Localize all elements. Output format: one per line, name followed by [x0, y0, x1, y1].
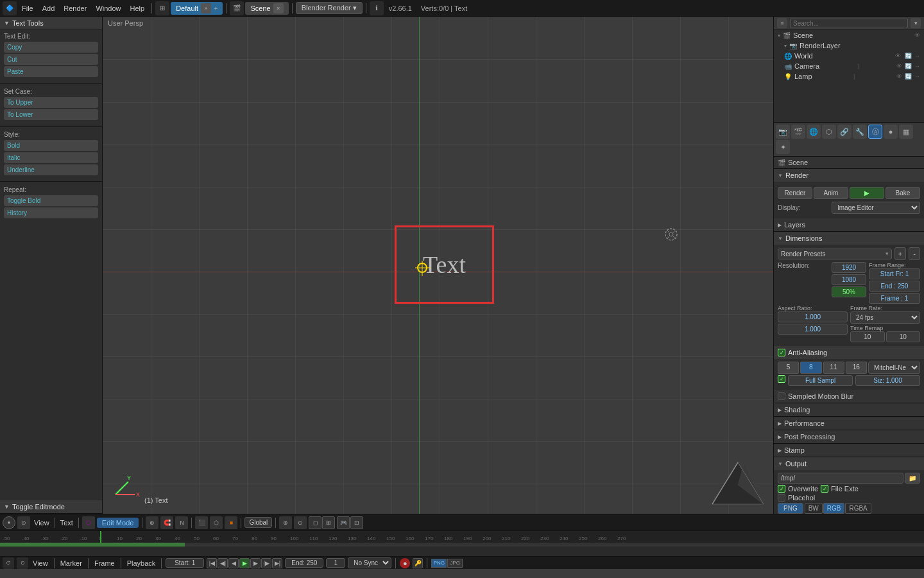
view-label2[interactable]: View [31, 559, 50, 567]
layout-icon[interactable]: ⊞ [155, 1, 169, 15]
aa-8-btn[interactable]: 8 [800, 362, 821, 374]
format-jpg-btn[interactable]: JPG [447, 559, 463, 568]
camera-arrow-icon[interactable]: → [914, 63, 920, 69]
pivot2-icon[interactable]: ⊕ [279, 516, 292, 529]
scene-eye-icon[interactable]: 👁 [914, 32, 920, 39]
icon-g1-1[interactable]: ◻ [309, 516, 321, 529]
viewport-type-icon[interactable]: ● [3, 516, 15, 529]
skip-start-btn[interactable]: |◀ [207, 558, 217, 568]
start-frame-ctrl[interactable]: Start: 1 [166, 558, 204, 568]
play-button[interactable]: ▶ [850, 187, 884, 199]
frame-field[interactable]: Frame : 1 [869, 293, 920, 304]
aa-16-btn[interactable]: 16 [846, 362, 867, 374]
magnet2-icon[interactable]: ⊙ [294, 516, 307, 529]
skip-end-btn[interactable]: ▶| [272, 558, 282, 568]
full-sample-label[interactable]: Full Sampl [788, 375, 853, 386]
aspect-x-field[interactable]: 1.000 [778, 311, 848, 322]
play-btn[interactable]: ▶ [239, 558, 250, 568]
scene-selector[interactable]: Scene × [245, 2, 288, 15]
select-label[interactable]: Text [58, 519, 75, 527]
prop-object-icon[interactable]: ⬡ [822, 125, 836, 139]
performance-section[interactable]: ▶ Performance [774, 417, 924, 430]
shading-solid-icon[interactable]: ⬛ [195, 516, 208, 529]
lamp-eye-icon[interactable]: 👁 [896, 73, 902, 80]
marker-label[interactable]: Marker [58, 559, 84, 567]
mode-selector[interactable]: Edit Mode [97, 518, 139, 528]
current-frame-ctrl[interactable]: 1 [326, 558, 345, 568]
menu-add[interactable]: Add [38, 3, 59, 13]
output-browse-btn[interactable]: 📁 [905, 473, 920, 484]
placeholder-toggle[interactable]: ✓ [778, 494, 785, 502]
lamp-arrow-icon[interactable]: → [914, 73, 920, 80]
prev-keyframe-btn[interactable]: ◀| [218, 558, 228, 568]
outliner-view-icon[interactable]: ≡ [777, 18, 787, 28]
lamp-render-icon[interactable]: 🔄 [905, 73, 912, 80]
end-frame-ctrl[interactable]: End: 250 [285, 558, 323, 568]
overwrite-toggle[interactable]: ✓ [778, 485, 785, 493]
format-btn[interactable]: PNG [778, 503, 803, 514]
outliner-filter-icon[interactable]: ▾ [911, 18, 921, 28]
start-frame-field[interactable]: Start Fr: 1 [869, 268, 920, 279]
anim-button[interactable]: Anim [814, 187, 848, 199]
post-processing-section[interactable]: ▶ Post Processing [774, 430, 924, 444]
camera-eye-icon[interactable]: 👁 [896, 63, 902, 69]
paste-btn[interactable]: Paste [4, 66, 98, 77]
menu-file[interactable]: File [18, 3, 37, 13]
grid-lock-icon[interactable]: ⊙ [17, 516, 30, 529]
object-icon[interactable]: ⬡ [82, 516, 95, 529]
playback-label[interactable]: Playback [125, 559, 158, 567]
outliner-item-world[interactable]: 🌐 World 👁 🔄 → [774, 51, 924, 61]
prop-render-icon[interactable]: 📷 [776, 125, 790, 139]
preset-remove-btn[interactable]: - [909, 247, 920, 260]
format-png-btn[interactable]: PNG [431, 559, 447, 568]
remap-start-field[interactable]: 10 [850, 331, 885, 342]
prop-data-icon[interactable]: Ⓐ [868, 125, 882, 139]
outliner-item-camera[interactable]: 📹 Camera | 👁 🔄 → [774, 61, 924, 71]
res-x-field[interactable]: 1920 [832, 262, 866, 273]
full-sample-toggle[interactable]: ✓ [778, 375, 785, 383]
render-presets-field[interactable]: Render Presets ▾ [778, 249, 892, 259]
layout-x-btn[interactable]: × [201, 3, 211, 13]
snap-icon[interactable]: 🧲 [160, 516, 173, 529]
remap-end-field[interactable]: 10 [886, 331, 921, 342]
outliner-search[interactable] [790, 19, 908, 28]
to-upper-btn[interactable]: To Upper [4, 97, 98, 108]
camera-render-icon[interactable]: 🔄 [905, 63, 912, 69]
menu-window[interactable]: Window [92, 3, 124, 13]
layout-add-btn[interactable]: + [214, 4, 218, 12]
prop-modifier-icon[interactable]: 🔧 [853, 125, 867, 139]
scene-x-btn[interactable]: × [273, 3, 284, 13]
pivot-icon[interactable]: ⊕ [146, 516, 158, 529]
shading-section[interactable]: ▶ Shading [774, 403, 924, 417]
menu-render[interactable]: Render [60, 3, 90, 13]
res-pct-field[interactable]: 50% [832, 286, 866, 297]
text-tools-header[interactable]: ▼ Text Tools [0, 17, 102, 30]
record-button[interactable]: ● [400, 558, 410, 568]
world-arrow-icon[interactable]: → [914, 53, 920, 59]
icon-g2-2[interactable]: ⊡ [350, 516, 363, 529]
bw-btn[interactable]: BW [805, 503, 823, 514]
viewport[interactable]: User Persp Text [103, 17, 773, 514]
keyframe-add-btn[interactable]: 🔑 [413, 558, 423, 568]
prev-frame-btn[interactable]: ◀ [228, 558, 239, 568]
prop-world-icon[interactable]: 🌐 [807, 125, 821, 139]
aa-toggle[interactable]: ✓ [778, 349, 785, 356]
outliner-item-scene[interactable]: ▾ 🎬 Scene 👁 [774, 30, 924, 40]
timeline-icon[interactable]: ⏱ [3, 557, 14, 569]
engine-selector[interactable]: Blender Render ▾ [296, 2, 363, 14]
to-lower-btn[interactable]: To Lower [4, 109, 98, 120]
layout-selector[interactable]: Default × + [171, 2, 223, 15]
prop-texture-icon[interactable]: ▦ [899, 125, 913, 139]
bake-button[interactable]: Bake [886, 187, 920, 199]
history-btn[interactable]: History [4, 207, 98, 218]
copy-btn[interactable]: Copy [4, 42, 98, 53]
aspect-y-field[interactable]: 1.000 [778, 324, 848, 335]
fps-select[interactable]: 24 fps [850, 311, 920, 324]
text-object[interactable]: Text [395, 225, 494, 304]
sync-dropdown[interactable]: No Sync [348, 557, 391, 568]
dimensions-header[interactable]: ▼ Dimensions [774, 232, 924, 245]
aa-filter-select[interactable]: Mitchell-Ne [868, 362, 920, 374]
view-label[interactable]: View [32, 519, 51, 527]
frame-nav-label[interactable]: Frame [92, 559, 117, 567]
render-section-header[interactable]: ▼ Render [774, 169, 924, 182]
